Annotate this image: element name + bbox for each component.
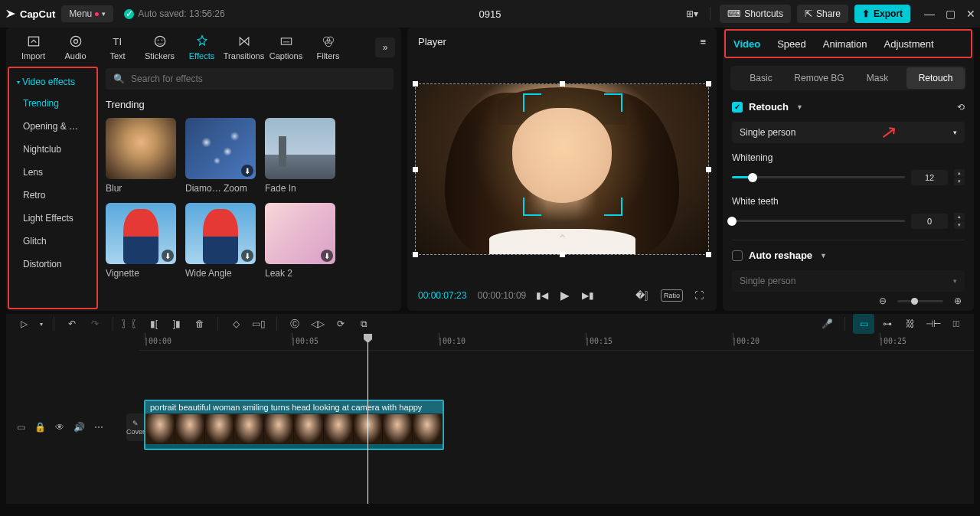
delete-tool[interactable]: 🗑	[190, 314, 210, 334]
align-tool[interactable]: ⊣⊢	[923, 314, 943, 334]
effect-card[interactable]: ⬇Vignette	[106, 203, 176, 279]
download-icon[interactable]: ⬇	[162, 250, 174, 262]
track-more-icon[interactable]: ⋯	[94, 422, 103, 433]
check-icon: ✓	[124, 9, 134, 19]
share-button[interactable]: ⇱Share	[797, 5, 848, 23]
maximize-button[interactable]: ▢	[946, 8, 956, 20]
download-icon[interactable]: ⬇	[321, 250, 333, 262]
effect-card[interactable]: ⬇Diamo… Zoom	[185, 118, 256, 194]
effect-card[interactable]: ⬇Leak 2	[265, 203, 335, 279]
zoom-slider[interactable]	[897, 300, 943, 302]
effects-search[interactable]: 🔍	[106, 68, 394, 90]
stepper-up[interactable]: ▴	[954, 169, 965, 177]
track-lane[interactable]: portrait beautiful woman smiling turns h…	[139, 351, 974, 504]
category-nightclub[interactable]: Nightclub	[15, 138, 93, 161]
preview-canvas[interactable]	[415, 83, 709, 255]
layout-icon[interactable]: ⊞▾	[684, 5, 701, 22]
track-visible-icon[interactable]: 👁	[55, 422, 64, 433]
autoreshape-checkbox[interactable]	[732, 250, 743, 261]
subtab-removebg[interactable]: Remove BG	[790, 67, 848, 89]
category-opening[interactable]: Opening & …	[15, 115, 93, 138]
whiteteeth-value[interactable]: 0	[911, 214, 948, 229]
redo-button[interactable]: ↷	[85, 314, 105, 334]
tab-audio[interactable]: Audio	[54, 34, 96, 60]
effect-card[interactable]: ⬇Wide Angle	[185, 203, 256, 279]
mirror-tool[interactable]: ◁▷	[308, 314, 328, 334]
subtab-basic[interactable]: Basic	[732, 67, 790, 89]
magnet-tool[interactable]: ▭	[853, 314, 874, 334]
trim-left-tool[interactable]: ▮[	[144, 314, 164, 334]
download-icon[interactable]: ⬇	[241, 165, 253, 177]
trim-right-tool[interactable]: ]▮	[167, 314, 187, 334]
stepper-down[interactable]: ▾	[954, 221, 965, 229]
tab-import[interactable]: Import	[12, 34, 54, 60]
category-retro[interactable]: Retro	[15, 184, 93, 207]
crop-tool[interactable]: ⧉	[354, 314, 374, 334]
tab-transitions[interactable]: Transitions	[223, 34, 265, 60]
tab-filters[interactable]: Filters	[307, 34, 349, 60]
subtab-mask[interactable]: Mask	[848, 67, 906, 89]
category-glitch[interactable]: Glitch	[15, 230, 93, 253]
speed-tool[interactable]: Ⓒ	[285, 314, 305, 334]
category-lens[interactable]: Lens	[15, 161, 93, 184]
retouch-checkbox[interactable]: ✓	[732, 102, 743, 113]
link-tool[interactable]: ⊶	[877, 314, 897, 334]
video-clip[interactable]: portrait beautiful woman smiling turns h…	[144, 400, 444, 450]
time-ruler[interactable]: |00:00|00:05|00:10|00:15|00:20|00:25	[139, 334, 974, 351]
layout-tool[interactable]: ▭▯	[249, 314, 269, 334]
reset-icon[interactable]: ⟲	[957, 102, 965, 113]
split-tool[interactable]: 〗〖	[121, 314, 141, 334]
tab-effects[interactable]: Effects	[181, 34, 223, 60]
zoom-in-button[interactable]: ⊕	[948, 291, 968, 311]
shortcuts-button[interactable]: ⌨Shortcuts	[720, 5, 791, 23]
tab-animation[interactable]: Animation	[823, 38, 867, 50]
stepper-up[interactable]: ▴	[954, 213, 965, 220]
tab-speed[interactable]: Speed	[777, 38, 806, 50]
tab-adjustment[interactable]: Adjustment	[884, 38, 934, 50]
zoom-out-button[interactable]: ⊖	[873, 291, 893, 311]
tab-stickers[interactable]: Stickers	[139, 34, 181, 60]
selection-tool[interactable]: ▷	[14, 314, 34, 334]
stepper-down[interactable]: ▾	[954, 178, 965, 185]
search-input[interactable]	[131, 73, 386, 84]
effect-card[interactable]: Fade In	[265, 118, 335, 194]
minimize-button[interactable]: —	[924, 8, 935, 20]
prev-frame-button[interactable]: ▮◀	[535, 289, 549, 302]
next-frame-button[interactable]: ▶▮	[581, 289, 595, 302]
tab-video[interactable]: Video	[733, 38, 760, 50]
player-menu-icon[interactable]: ≡	[700, 36, 706, 47]
effect-card[interactable]: Blur	[106, 118, 176, 194]
export-button[interactable]: ⬆Export	[854, 5, 910, 23]
video-effects-header[interactable]: Video effects	[15, 73, 93, 92]
track-lock-icon[interactable]: 🔒	[34, 422, 46, 433]
snapshot-icon[interactable]: �〛	[638, 289, 652, 302]
playhead[interactable]	[368, 334, 368, 504]
subtab-retouch[interactable]: Retouch	[906, 67, 965, 89]
track-mute-icon[interactable]: 🔊	[74, 422, 85, 433]
track-collapse-icon[interactable]: ▭	[17, 422, 25, 433]
menu-button[interactable]: Menu▾	[61, 5, 113, 22]
tab-text[interactable]: TIText	[96, 34, 139, 60]
download-icon[interactable]: ⬇	[241, 250, 253, 262]
mic-icon[interactable]: 🎤	[817, 314, 837, 334]
category-trending[interactable]: Trending	[15, 92, 93, 115]
rotate-tool[interactable]: ⟳	[331, 314, 351, 334]
tabs-more-button[interactable]: »	[375, 38, 395, 57]
preview-tool[interactable]: ▭⃝	[946, 314, 966, 334]
category-lighteffects[interactable]: Light Effects	[15, 207, 93, 230]
ratio-button[interactable]: Ratio	[661, 289, 683, 302]
tab-captions[interactable]: Captions	[265, 34, 307, 60]
close-button[interactable]: ✕	[966, 8, 975, 20]
undo-button[interactable]: ↶	[62, 314, 82, 334]
play-button[interactable]: ▶	[558, 289, 572, 302]
fullscreen-icon[interactable]: ⛶	[692, 289, 706, 302]
drawer-handle-icon[interactable]: ⌃	[557, 232, 567, 247]
whiteteeth-slider[interactable]	[732, 220, 905, 222]
whitening-slider[interactable]	[732, 176, 905, 178]
category-distortion[interactable]: Distortion	[15, 253, 93, 276]
selection-tool-chevron[interactable]: ▾	[37, 314, 46, 334]
retouch-mode-select[interactable]: Single person▾	[732, 122, 965, 143]
chain-tool[interactable]: ⛓	[900, 314, 920, 334]
marker-tool[interactable]: ◇	[226, 314, 246, 334]
whitening-value[interactable]: 12	[911, 170, 948, 185]
